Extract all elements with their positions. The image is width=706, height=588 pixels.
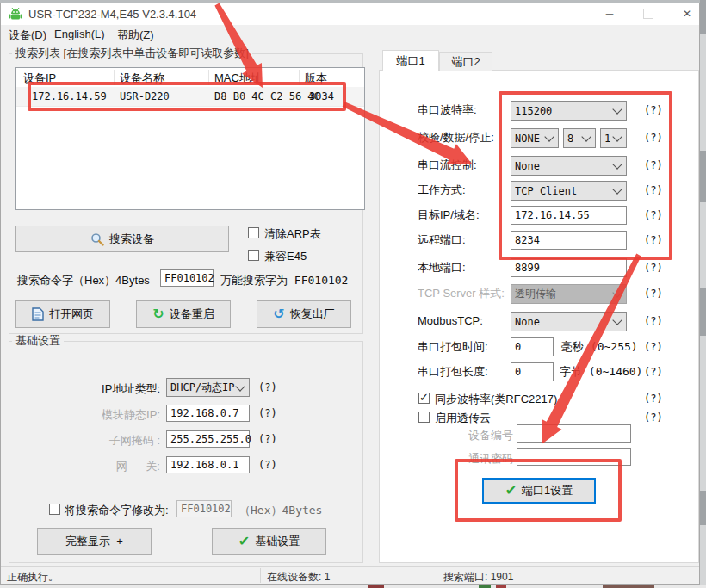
tab-port1[interactable]: 端口1 <box>382 50 439 71</box>
restart-device-button[interactable]: ↻ 设备重启 <box>136 300 231 328</box>
baud-rate-select[interactable]: 115200 <box>511 101 627 121</box>
cloud-checkbox[interactable] <box>418 412 430 423</box>
parity-select[interactable]: NONE <box>511 128 559 148</box>
pack-length-suffix: 字节 (0~1460) <box>560 362 642 381</box>
pack-length-help[interactable]: (?) <box>644 362 663 381</box>
menu-help[interactable]: 帮助(Z) <box>117 28 154 43</box>
device-version: 3034 <box>309 90 334 102</box>
target-ip-help[interactable]: (?) <box>644 206 663 225</box>
password-input[interactable] <box>517 448 631 466</box>
pack-time-help[interactable]: (?) <box>644 337 663 356</box>
basic-set-label: 基础设置 <box>255 534 300 549</box>
cloud-help[interactable]: (?) <box>644 408 663 427</box>
port1-setup-button[interactable]: ✔ 端口1设置 <box>482 478 596 504</box>
baud-rate-label: 串口波特率: <box>418 101 477 120</box>
modify-cmd-checkbox[interactable] <box>49 504 60 515</box>
modify-cmd-hint: （Hex）4Bytes <box>239 503 322 518</box>
full-display-label: 完整显示 + <box>65 534 123 549</box>
menu-bar <box>1 25 699 44</box>
menu-device[interactable]: 设备(D) <box>9 28 46 43</box>
modify-cmd-input: FF010102 <box>176 500 232 517</box>
modbus-tcp-label: ModbusTCP: <box>418 312 483 331</box>
open-web-button[interactable]: 打开网页 <box>15 300 110 328</box>
full-display-button[interactable]: 完整显示 + <box>37 528 152 555</box>
static-ip-input[interactable]: 192.168.0.7 <box>166 405 250 422</box>
device-ip: 172.16.14.59 <box>32 90 107 102</box>
flow-control-select[interactable]: None <box>511 156 627 176</box>
subnet-mask-input[interactable]: 255.255.255.0 <box>166 430 250 448</box>
search-cmd-hint: 万能搜索字为 FF010102 <box>220 273 348 288</box>
gateway-input[interactable]: 192.168.0.1 <box>166 456 250 473</box>
static-ip-label: 模块静态IP: <box>34 407 160 423</box>
clear-arp-checkbox[interactable] <box>248 227 259 238</box>
remote-port-help[interactable]: (?) <box>644 231 663 250</box>
local-port-help[interactable]: (?) <box>644 258 663 277</box>
sync-baud-help[interactable]: (?) <box>644 389 663 408</box>
chevron-down-icon <box>612 315 622 325</box>
search-list-group-label: 搜索列表 [在搜索列表中单击设备即可读取参数] <box>12 47 252 59</box>
device-id-label: 设备编号 <box>468 428 513 443</box>
work-mode-help[interactable]: (?) <box>644 181 663 200</box>
modbus-tcp-select[interactable]: None <box>511 312 627 331</box>
search-icon <box>90 232 104 246</box>
chevron-down-icon <box>612 184 622 194</box>
stop-bits-select[interactable]: 1 <box>600 128 627 148</box>
check-icon: ✔ <box>505 484 517 498</box>
restart-label: 设备重启 <box>170 306 214 322</box>
basic-settings-group-label: 基础设置 <box>12 335 64 347</box>
flow-control-help[interactable]: (?) <box>644 156 663 175</box>
modify-cmd-label: 将搜索命令字修改为: <box>65 503 169 518</box>
factory-reset-button[interactable]: ↺ 恢复出厂 <box>257 300 351 328</box>
col-header-ip: 设备IP <box>23 71 56 86</box>
search-device-button[interactable]: 搜索设备 <box>15 226 229 252</box>
tcp-server-style-select: 透明传输 <box>511 284 627 304</box>
pack-time-suffix: 毫秒 (0~255) <box>561 337 638 356</box>
table-row-device[interactable]: 172.16.14.59 USR-D220 D8 B0 4C C2 56 4C … <box>16 87 364 107</box>
chevron-down-icon <box>235 381 245 391</box>
background-window-right-sliver <box>700 0 706 588</box>
ip-type-select[interactable]: DHCP/动态IP <box>166 378 250 397</box>
local-port-input[interactable]: 8899 <box>511 258 627 277</box>
data-bits-select[interactable]: 8 <box>563 128 596 148</box>
chevron-down-icon <box>612 132 622 141</box>
checkmark-icon: ✓ <box>419 391 429 404</box>
subnet-mask-label: 子网掩码 : <box>34 433 160 449</box>
minimize-button[interactable]: ─ <box>595 3 624 24</box>
app-window: USR-TCP232-M4,E45 V2.3.4.104 ─ ✕ 设备(D) E… <box>0 0 706 588</box>
work-mode-select[interactable]: TCP Client <box>511 181 627 201</box>
target-ip-input[interactable]: 172.16.14.55 <box>511 206 627 225</box>
search-cmd-input[interactable]: FF010102 <box>160 269 214 287</box>
flow-control-label: 串口流控制: <box>418 156 477 175</box>
device-table-header: 设备IP 设备名称 MAC地址 版本 <box>16 68 364 88</box>
tab-port2[interactable]: 端口2 <box>439 52 492 71</box>
compat-e45-label: 兼容E45 <box>264 249 307 264</box>
static-ip-help[interactable]: (?) <box>258 407 277 419</box>
modbus-tcp-help[interactable]: (?) <box>644 312 663 331</box>
col-header-mac: MAC地址 <box>214 71 262 86</box>
password-label: 通讯密码 <box>468 451 513 467</box>
pack-time-label: 串口打包时间: <box>418 337 488 356</box>
baud-rate-help[interactable]: (?) <box>644 101 663 120</box>
sync-baud-checkbox[interactable]: ✓ <box>418 393 430 404</box>
parity-help[interactable]: (?) <box>644 128 663 147</box>
pack-time-input[interactable]: 0 <box>511 337 554 356</box>
device-mac: D8 B0 4C C2 56 4C <box>214 90 320 102</box>
chevron-down-icon <box>581 132 591 141</box>
search-cmd-label: 搜索命令字（Hex）4Bytes <box>17 273 150 288</box>
basic-set-button[interactable]: ✔ 基础设置 <box>212 528 326 555</box>
remote-port-input[interactable]: 8234 <box>511 231 627 250</box>
open-web-label: 打开网页 <box>49 306 94 322</box>
search-device-label: 搜索设备 <box>109 232 154 247</box>
work-mode-label: 工作方式: <box>418 181 466 200</box>
gateway-help[interactable]: (?) <box>258 459 277 471</box>
compat-e45-checkbox[interactable] <box>248 250 259 261</box>
menu-english[interactable]: English(L) <box>54 28 105 40</box>
tcp-server-style-help[interactable]: (?) <box>644 284 663 303</box>
ip-type-help[interactable]: (?) <box>258 381 277 393</box>
local-port-label: 本地端口: <box>418 258 466 277</box>
pack-length-input[interactable]: 0 <box>511 362 554 381</box>
chevron-down-icon <box>612 104 622 114</box>
subnet-mask-help[interactable]: (?) <box>258 433 277 445</box>
device-id-input[interactable] <box>517 424 631 443</box>
close-button[interactable]: ✕ <box>672 3 702 24</box>
